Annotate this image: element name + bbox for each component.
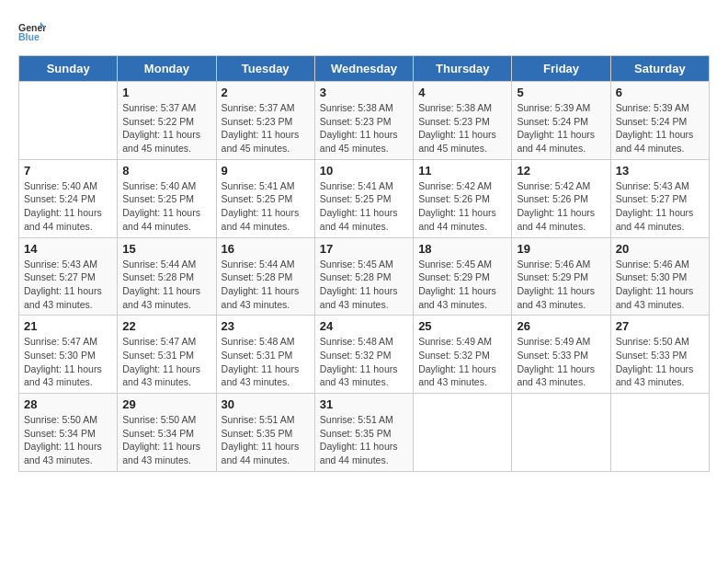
calendar-cell: 15Sunrise: 5:44 AM Sunset: 5:28 PM Dayli… — [118, 237, 216, 316]
calendar-cell: 18Sunrise: 5:45 AM Sunset: 5:29 PM Dayli… — [414, 237, 512, 316]
day-number: 25 — [418, 319, 506, 333]
day-number: 26 — [517, 319, 605, 333]
weekday-header-saturday: Saturday — [610, 56, 709, 82]
calendar-cell: 12Sunrise: 5:42 AM Sunset: 5:26 PM Dayli… — [512, 159, 610, 237]
calendar-body: 1Sunrise: 5:37 AM Sunset: 5:22 PM Daylig… — [19, 82, 710, 472]
day-info: Sunrise: 5:47 AM Sunset: 5:31 PM Dayligh… — [122, 335, 210, 389]
calendar-week-2: 7Sunrise: 5:40 AM Sunset: 5:24 PM Daylig… — [19, 159, 710, 237]
day-number: 14 — [24, 242, 112, 256]
day-number: 8 — [122, 164, 210, 178]
day-info: Sunrise: 5:38 AM Sunset: 5:23 PM Dayligh… — [320, 101, 408, 155]
day-number: 1 — [122, 86, 210, 99]
day-number: 5 — [517, 86, 605, 99]
day-number: 21 — [24, 319, 112, 333]
day-number: 19 — [517, 242, 605, 256]
calendar-cell — [19, 82, 118, 160]
day-info: Sunrise: 5:49 AM Sunset: 5:33 PM Dayligh… — [517, 335, 605, 389]
day-info: Sunrise: 5:51 AM Sunset: 5:35 PM Dayligh… — [222, 413, 310, 467]
calendar-cell: 14Sunrise: 5:43 AM Sunset: 5:27 PM Dayli… — [19, 237, 118, 316]
calendar-cell: 11Sunrise: 5:42 AM Sunset: 5:26 PM Dayli… — [414, 159, 512, 237]
day-number: 3 — [320, 86, 408, 99]
calendar-cell: 25Sunrise: 5:49 AM Sunset: 5:32 PM Dayli… — [414, 316, 512, 394]
calendar-cell: 7Sunrise: 5:40 AM Sunset: 5:24 PM Daylig… — [19, 159, 118, 237]
calendar-cell: 20Sunrise: 5:46 AM Sunset: 5:30 PM Dayli… — [610, 237, 709, 316]
day-info: Sunrise: 5:50 AM Sunset: 5:34 PM Dayligh… — [122, 413, 210, 467]
day-info: Sunrise: 5:38 AM Sunset: 5:23 PM Dayligh… — [418, 101, 506, 155]
day-info: Sunrise: 5:46 AM Sunset: 5:29 PM Dayligh… — [517, 258, 605, 312]
calendar-cell: 16Sunrise: 5:44 AM Sunset: 5:28 PM Dayli… — [216, 237, 314, 316]
day-info: Sunrise: 5:43 AM Sunset: 5:27 PM Dayligh… — [24, 258, 112, 312]
day-number: 27 — [616, 319, 704, 333]
calendar-cell: 10Sunrise: 5:41 AM Sunset: 5:25 PM Dayli… — [314, 159, 413, 237]
day-info: Sunrise: 5:44 AM Sunset: 5:28 PM Dayligh… — [122, 258, 210, 312]
calendar-cell: 27Sunrise: 5:50 AM Sunset: 5:33 PM Dayli… — [610, 316, 709, 394]
calendar-cell: 31Sunrise: 5:51 AM Sunset: 5:35 PM Dayli… — [314, 394, 413, 472]
calendar-week-4: 21Sunrise: 5:47 AM Sunset: 5:30 PM Dayli… — [19, 316, 710, 394]
page-header: General Blue — [18, 18, 710, 46]
calendar-cell: 24Sunrise: 5:48 AM Sunset: 5:32 PM Dayli… — [314, 316, 413, 394]
day-info: Sunrise: 5:50 AM Sunset: 5:34 PM Dayligh… — [24, 413, 112, 467]
calendar-cell: 13Sunrise: 5:43 AM Sunset: 5:27 PM Dayli… — [610, 159, 709, 237]
svg-text:Blue: Blue — [18, 31, 40, 42]
day-info: Sunrise: 5:44 AM Sunset: 5:28 PM Dayligh… — [222, 258, 310, 312]
calendar-cell: 4Sunrise: 5:38 AM Sunset: 5:23 PM Daylig… — [414, 82, 512, 160]
day-number: 2 — [222, 86, 310, 99]
day-info: Sunrise: 5:49 AM Sunset: 5:32 PM Dayligh… — [418, 335, 506, 389]
day-number: 31 — [320, 397, 408, 411]
calendar-week-3: 14Sunrise: 5:43 AM Sunset: 5:27 PM Dayli… — [19, 237, 710, 316]
weekday-header-friday: Friday — [512, 56, 610, 82]
calendar-cell: 1Sunrise: 5:37 AM Sunset: 5:22 PM Daylig… — [118, 82, 216, 160]
day-info: Sunrise: 5:41 AM Sunset: 5:25 PM Dayligh… — [222, 179, 310, 234]
day-number: 7 — [24, 164, 112, 178]
logo-icon: General Blue — [18, 18, 46, 46]
day-info: Sunrise: 5:40 AM Sunset: 5:24 PM Dayligh… — [24, 179, 112, 234]
day-info: Sunrise: 5:50 AM Sunset: 5:33 PM Dayligh… — [616, 335, 704, 389]
day-info: Sunrise: 5:51 AM Sunset: 5:35 PM Dayligh… — [320, 413, 408, 467]
calendar-cell: 5Sunrise: 5:39 AM Sunset: 5:24 PM Daylig… — [512, 82, 610, 160]
calendar-week-5: 28Sunrise: 5:50 AM Sunset: 5:34 PM Dayli… — [19, 394, 710, 472]
calendar-cell: 22Sunrise: 5:47 AM Sunset: 5:31 PM Dayli… — [118, 316, 216, 394]
day-number: 10 — [320, 164, 408, 178]
weekday-header-sunday: Sunday — [19, 56, 118, 82]
day-number: 9 — [222, 164, 310, 178]
calendar-cell: 23Sunrise: 5:48 AM Sunset: 5:31 PM Dayli… — [216, 316, 314, 394]
day-number: 30 — [222, 397, 310, 411]
day-info: Sunrise: 5:37 AM Sunset: 5:23 PM Dayligh… — [222, 101, 310, 155]
day-info: Sunrise: 5:42 AM Sunset: 5:26 PM Dayligh… — [517, 179, 605, 234]
calendar-cell: 29Sunrise: 5:50 AM Sunset: 5:34 PM Dayli… — [118, 394, 216, 472]
day-info: Sunrise: 5:39 AM Sunset: 5:24 PM Dayligh… — [616, 101, 704, 155]
calendar-cell: 19Sunrise: 5:46 AM Sunset: 5:29 PM Dayli… — [512, 237, 610, 316]
day-number: 28 — [24, 397, 112, 411]
day-info: Sunrise: 5:45 AM Sunset: 5:28 PM Dayligh… — [320, 258, 408, 312]
day-number: 4 — [418, 86, 506, 99]
day-info: Sunrise: 5:48 AM Sunset: 5:31 PM Dayligh… — [222, 335, 310, 389]
day-number: 22 — [122, 319, 210, 333]
calendar-cell: 30Sunrise: 5:51 AM Sunset: 5:35 PM Dayli… — [216, 394, 314, 472]
calendar-table: SundayMondayTuesdayWednesdayThursdayFrid… — [18, 55, 710, 472]
logo: General Blue — [18, 18, 50, 46]
calendar-cell: 8Sunrise: 5:40 AM Sunset: 5:25 PM Daylig… — [118, 159, 216, 237]
calendar-week-1: 1Sunrise: 5:37 AM Sunset: 5:22 PM Daylig… — [19, 82, 710, 160]
day-number: 23 — [222, 319, 310, 333]
day-number: 18 — [418, 242, 506, 256]
day-info: Sunrise: 5:43 AM Sunset: 5:27 PM Dayligh… — [616, 179, 704, 234]
day-info: Sunrise: 5:46 AM Sunset: 5:30 PM Dayligh… — [616, 258, 704, 312]
weekday-header-wednesday: Wednesday — [314, 56, 413, 82]
weekday-header-thursday: Thursday — [414, 56, 512, 82]
day-info: Sunrise: 5:42 AM Sunset: 5:26 PM Dayligh… — [418, 179, 506, 234]
calendar-cell: 26Sunrise: 5:49 AM Sunset: 5:33 PM Dayli… — [512, 316, 610, 394]
day-number: 20 — [616, 242, 704, 256]
weekday-header-tuesday: Tuesday — [216, 56, 314, 82]
day-info: Sunrise: 5:47 AM Sunset: 5:30 PM Dayligh… — [24, 335, 112, 389]
calendar-cell — [414, 394, 512, 472]
day-number: 29 — [122, 397, 210, 411]
calendar-cell: 9Sunrise: 5:41 AM Sunset: 5:25 PM Daylig… — [216, 159, 314, 237]
day-number: 24 — [320, 319, 408, 333]
day-info: Sunrise: 5:37 AM Sunset: 5:22 PM Dayligh… — [122, 101, 210, 155]
calendar-cell — [610, 394, 709, 472]
calendar-cell: 21Sunrise: 5:47 AM Sunset: 5:30 PM Dayli… — [19, 316, 118, 394]
calendar-cell: 17Sunrise: 5:45 AM Sunset: 5:28 PM Dayli… — [314, 237, 413, 316]
calendar-cell: 6Sunrise: 5:39 AM Sunset: 5:24 PM Daylig… — [610, 82, 709, 160]
day-info: Sunrise: 5:40 AM Sunset: 5:25 PM Dayligh… — [122, 179, 210, 234]
day-info: Sunrise: 5:39 AM Sunset: 5:24 PM Dayligh… — [517, 101, 605, 155]
